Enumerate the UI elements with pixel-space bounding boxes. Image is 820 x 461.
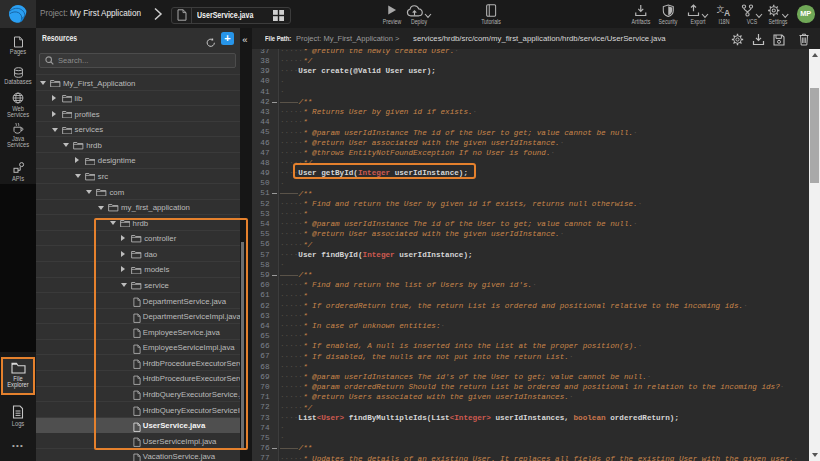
- svg-text:A: A: [724, 8, 730, 17]
